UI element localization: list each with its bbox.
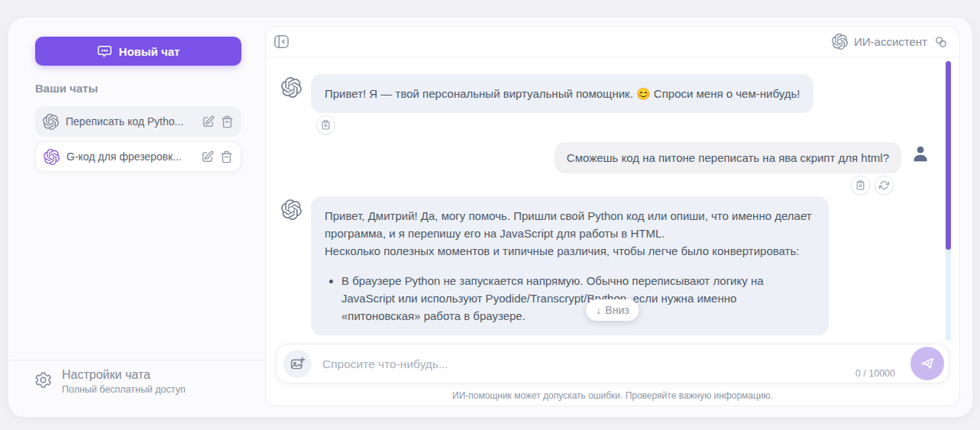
header-right: ИИ-ассистент (832, 34, 949, 50)
regenerate-button[interactable] (875, 176, 894, 195)
edit-chat-icon[interactable] (202, 115, 215, 128)
message-paragraph: Несколько полезных моментов и типичные р… (325, 242, 815, 260)
your-chats-heading: Ваши чаты (35, 82, 98, 95)
new-chat-label: Новый чат (119, 45, 180, 58)
scroll-to-bottom-button[interactable]: ↓ Вниз (586, 299, 639, 321)
chat-header: ИИ-ассистент (266, 27, 959, 57)
link-button[interactable] (933, 34, 949, 50)
assistant-name: ИИ-ассистент (854, 35, 927, 48)
message-input-bar: 0 / 10000 (276, 344, 949, 383)
user-message-row: Сможешь код на питоне переписать на ява … (281, 142, 940, 173)
app-window: Новый чат Ваши чаты Переписать код Pytho… (8, 17, 973, 418)
scroll-down-label: Вниз (605, 304, 629, 316)
user-avatar-icon (910, 144, 930, 163)
chat-scrollbar-thumb[interactable] (946, 61, 951, 250)
copy-message-button[interactable] (316, 115, 335, 134)
panel-collapse-icon (273, 33, 290, 50)
chat-scrollbar-track[interactable] (946, 61, 951, 341)
message-actions (316, 115, 940, 134)
assistant-message-row: Привет! Я — твой персональный виртуальны… (281, 74, 940, 113)
assistant-avatar-openai-icon (281, 199, 302, 220)
settings-subtitle: Полный бесплатный доступ (62, 384, 186, 395)
send-plane-icon (919, 355, 936, 372)
chat-bubble-icon (97, 44, 112, 59)
assistant-message-bubble: Привет! Я — твой персональный виртуальны… (311, 74, 813, 113)
edit-chat-icon[interactable] (201, 150, 214, 163)
attach-image-button[interactable] (283, 350, 312, 378)
user-message-bubble: Сможешь код на питоне переписать на ява … (555, 142, 901, 173)
assistant-message-bubble: Привет, Дмитрий! Да, могу помочь. Пришли… (311, 196, 829, 335)
message-paragraph: Привет, Дмитрий! Да, могу помочь. Пришли… (325, 207, 815, 242)
send-button[interactable] (910, 347, 944, 380)
message-bullet: В браузере Python не запускается напряму… (341, 272, 815, 325)
message-actions (281, 176, 894, 195)
message-bullet-list: В браузере Python не запускается напряму… (325, 272, 815, 325)
assistant-avatar-openai-icon (281, 77, 302, 98)
chat-item-actions (202, 115, 234, 128)
chat-title: G-код для фрезеровк... (66, 150, 194, 163)
delete-chat-icon[interactable] (221, 115, 234, 128)
chat-title: Переписать код Pytho... (66, 115, 195, 128)
copy-icon (855, 180, 865, 190)
delete-chat-icon[interactable] (220, 150, 233, 163)
message-input[interactable] (321, 344, 782, 384)
settings-text: Настройки чата Полный бесплатный доступ (62, 368, 186, 395)
down-arrow-icon: ↓ (596, 304, 601, 316)
openai-logo-icon (44, 149, 60, 165)
chat-settings-button[interactable]: Настройки чата Полный бесплатный доступ (34, 368, 186, 395)
link-icon (933, 34, 949, 50)
openai-logo-icon (43, 114, 59, 130)
chat-item-actions (201, 150, 233, 163)
gear-icon (34, 370, 53, 390)
sidebar-divider (8, 360, 264, 360)
disclaimer-text: ИИ-помощник может допускать ошибки. Пров… (266, 390, 959, 401)
copy-icon (321, 120, 331, 130)
refresh-icon (879, 180, 889, 190)
sidebar-chat-item-2[interactable]: G-код для фрезеровк... (35, 141, 241, 172)
openai-logo-icon (832, 34, 848, 50)
add-image-icon (289, 356, 306, 372)
new-chat-button[interactable]: Новый чат (35, 37, 241, 66)
settings-title: Настройки чата (62, 368, 186, 382)
chat-panel: ИИ-ассистент Привет! Я — твой персональн… (265, 26, 960, 406)
copy-message-button[interactable] (851, 176, 870, 195)
sidebar-chat-item-1[interactable]: Переписать код Pytho... (35, 106, 241, 137)
char-counter: 0 / 10000 (855, 368, 895, 379)
collapse-sidebar-button[interactable] (273, 33, 290, 50)
